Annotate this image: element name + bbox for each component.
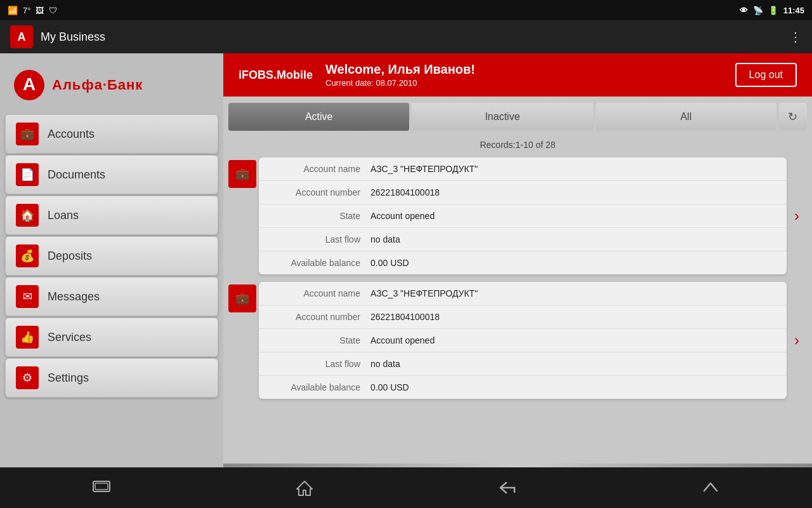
account-name-row: Account name АЗС_3 "НЕФТЕПРОДУКТ"	[259, 157, 787, 181]
tab-inactive[interactable]: Inactive	[412, 103, 593, 131]
app-title-group: A My Business	[10, 25, 105, 48]
battery-icon: 🔋	[768, 6, 778, 15]
balance-label: Available balance	[269, 258, 370, 268]
state-label: State	[269, 335, 370, 345]
sidebar-logo: А Альфа·Банк	[0, 58, 223, 114]
ifobs-app-name: iFOBS.Mobile	[239, 69, 313, 82]
account-number-value: 26221804100018	[370, 312, 440, 322]
state-row: State Account opened	[259, 204, 787, 228]
logout-button[interactable]: Log out	[735, 63, 797, 87]
sidebar-item-messages[interactable]: ✉ Messages	[5, 277, 218, 316]
account-number-label: Account number	[269, 312, 370, 322]
sidebar-item-services[interactable]: 👍 Services	[5, 318, 218, 357]
status-right-icons: 👁 📡 🔋 11:45	[740, 6, 804, 15]
account-number-label: Account number	[269, 187, 370, 197]
tab-active[interactable]: Active	[228, 103, 409, 131]
balance-row: Available balance 0.00 USD	[259, 376, 787, 399]
account-name-label: Account name	[269, 164, 370, 174]
account-number-row: Account number 26221804100018	[259, 305, 787, 329]
current-date-text: Current date: 08.07.2010	[325, 78, 475, 88]
accounts-icon: 💼	[16, 123, 39, 145]
accounts-label: Accounts	[48, 128, 95, 141]
account-name-value: АЗС_3 "НЕФТЕПРОДУКТ"	[370, 164, 478, 174]
shield-icon: 🛡	[49, 6, 57, 15]
services-icon: 👍	[16, 326, 39, 349]
status-bar: 📶 7° 🖼 🛡 👁 📡 🔋 11:45	[0, 0, 812, 20]
temperature-text: 7°	[23, 6, 30, 15]
deposits-icon: 💰	[16, 244, 39, 267]
header-banner: iFOBS.Mobile Welcome, Илья Иванов! Curre…	[223, 53, 812, 97]
state-row: State Account opened	[259, 329, 787, 352]
settings-icon: ⚙	[16, 366, 39, 389]
loans-icon: 🏠	[16, 204, 39, 227]
sidebar-item-documents[interactable]: 📄 Documents	[5, 155, 218, 194]
account-number-row: Account number 26221804100018	[259, 181, 787, 204]
svg-rect-4	[95, 483, 108, 490]
title-bar: A My Business ⋮	[0, 20, 812, 53]
loans-label: Loans	[48, 209, 79, 222]
account-list: 💼 Account name АЗС_3 "НЕФТЕПРОДУКТ" Acco…	[223, 155, 812, 464]
refresh-button[interactable]: ↻	[779, 103, 807, 131]
image-icon: 🖼	[36, 6, 44, 15]
tab-all[interactable]: All	[596, 103, 776, 131]
wifi-signal-icon: 📡	[753, 6, 763, 15]
account-name-row: Account name АЗС_3 "НЕФТЕПРОДУКТ"	[259, 282, 787, 305]
status-left-icons: 📶 7° 🖼 🛡	[8, 6, 57, 15]
main-content: А Альфа·Банк 💼 Accounts 📄 Documents 🏠 Lo…	[0, 53, 812, 467]
account-name-value: АЗС_3 "НЕФТЕПРОДУКТ"	[370, 288, 478, 298]
app-icon: A	[10, 25, 33, 48]
account-card-body: Account name АЗС_3 "НЕФТЕПРОДУКТ" Accoun…	[259, 282, 787, 399]
documents-label: Documents	[48, 168, 105, 182]
last-flow-label: Last flow	[269, 234, 370, 244]
bottom-bar	[0, 467, 812, 508]
account-card: 💼 Account name АЗС_3 "НЕФТЕПРОДУКТ" Acco…	[228, 282, 807, 399]
svg-rect-2	[18, 94, 41, 96]
recent-apps-button[interactable]	[82, 469, 121, 507]
welcome-block: Welcome, Илья Иванов! Current date: 08.0…	[325, 62, 475, 88]
services-label: Services	[48, 331, 91, 344]
account-card: 💼 Account name АЗС_3 "НЕФТЕПРОДУКТ" Acco…	[228, 157, 807, 274]
overflow-menu-icon[interactable]: ⋮	[789, 29, 802, 44]
balance-row: Available balance 0.00 USD	[259, 251, 787, 274]
messages-label: Messages	[48, 290, 100, 304]
last-flow-value: no data	[370, 359, 400, 369]
balance-label: Available balance	[269, 382, 370, 392]
home-button[interactable]	[285, 469, 324, 507]
account-card-icon: 💼	[228, 284, 256, 312]
tabs-bar: Active Inactive All ↻	[223, 97, 812, 137]
last-flow-row: Last flow no data	[259, 228, 787, 251]
last-flow-value: no data	[370, 234, 400, 244]
balance-value: 0.00 USD	[370, 382, 409, 392]
sidebar-item-settings[interactable]: ⚙ Settings	[5, 358, 218, 398]
sidebar-item-loans[interactable]: 🏠 Loans	[5, 196, 218, 235]
last-flow-label: Last flow	[269, 359, 370, 369]
eye-icon: 👁	[740, 6, 748, 15]
last-flow-row: Last flow no data	[259, 352, 787, 376]
settings-label: Settings	[48, 371, 89, 385]
greeting-text: Welcome, Илья Иванов!	[325, 62, 475, 77]
svg-text:А: А	[23, 74, 36, 94]
svg-marker-5	[297, 481, 312, 495]
state-value: Account opened	[370, 335, 435, 345]
account-chevron[interactable]: ›	[787, 207, 807, 225]
back-button[interactable]	[488, 469, 527, 507]
account-card-body: Account name АЗС_3 "НЕФТЕПРОДУКТ" Accoun…	[259, 157, 787, 274]
banner-left: iFOBS.Mobile Welcome, Илья Иванов! Curre…	[239, 62, 475, 88]
balance-value: 0.00 USD	[370, 258, 409, 268]
account-name-label: Account name	[269, 288, 370, 298]
state-value: Account opened	[370, 211, 435, 221]
content-panel: iFOBS.Mobile Welcome, Илья Иванов! Curre…	[223, 53, 812, 467]
sidebar-item-accounts[interactable]: 💼 Accounts	[5, 114, 218, 154]
account-card-icon: 💼	[228, 160, 256, 188]
alfa-bank-logo-icon: А	[13, 69, 46, 102]
app-name: My Business	[41, 30, 105, 44]
wifi-icon: 📶	[8, 6, 18, 15]
scroll-up-button[interactable]	[691, 469, 730, 507]
clock-time: 11:45	[783, 6, 804, 15]
messages-icon: ✉	[16, 285, 39, 308]
sidebar-nav: 💼 Accounts 📄 Documents 🏠 Loans 💰 Deposit…	[0, 114, 223, 467]
bank-name: Альфа·Банк	[52, 77, 143, 93]
account-chevron[interactable]: ›	[787, 331, 807, 349]
sidebar: А Альфа·Банк 💼 Accounts 📄 Documents 🏠 Lo…	[0, 53, 223, 467]
sidebar-item-deposits[interactable]: 💰 Deposits	[5, 236, 218, 276]
